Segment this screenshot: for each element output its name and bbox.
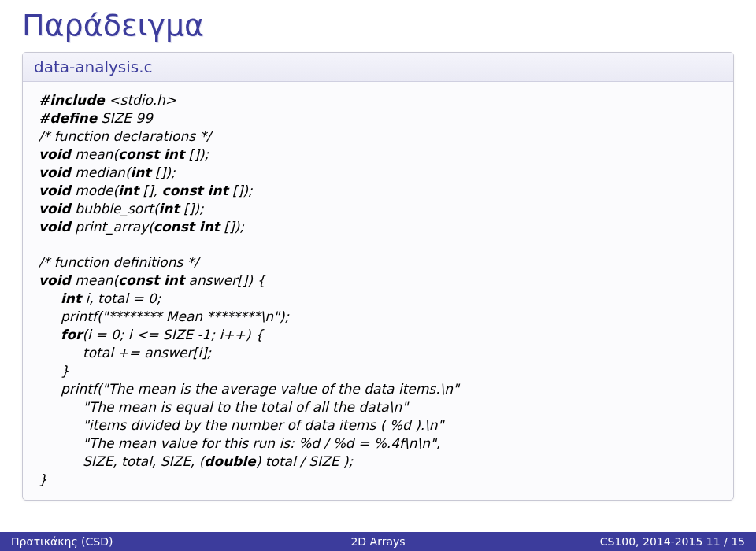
kw-void: void [39,183,71,198]
txt: , [436,435,440,451]
kw-void: void [39,201,71,216]
kw-constint: const int [118,272,184,288]
txt: ) total / SIZE ); [256,453,353,469]
kw-void: void [39,272,71,288]
txt: median( [71,165,131,180]
kw-int: int [131,165,151,180]
txt: <stdio.h> [105,92,176,108]
comment: /* function definitions */ [39,254,198,270]
txt: []); [184,146,209,162]
string: "The mean is equal to the total of all t… [83,399,408,415]
txt: total += answer[i]; [83,345,211,361]
string: "The mean is the average value of the da… [102,381,459,397]
txt: } [39,471,47,487]
kw-define: #define [39,110,97,126]
txt: []); [151,165,176,180]
txt: [], [139,183,161,198]
txt: printf( [61,381,102,397]
kw-int: int [159,201,180,216]
kw-int: int [61,290,81,306]
slide-title: Παράδειγμα [0,0,756,47]
txt: SIZE, total, SIZE, ( [83,453,204,469]
txt: print_array( [71,219,154,235]
code-block: data-analysis.c #include <stdio.h> #defi… [22,52,734,501]
txt: mean( [71,146,118,162]
kw-double: double [204,453,255,469]
code-filename: data-analysis.c [23,53,733,82]
kw-include: #include [39,92,105,108]
txt: []); [220,219,244,235]
txt: printf( [61,309,102,324]
txt: } [61,363,69,379]
string: "items divided by the number of data ite… [83,417,443,433]
kw-int: int [118,183,139,198]
kw-constint: const int [154,219,220,235]
footer-left: Πρατικάκης (CSD) [11,535,256,548]
blank [39,237,43,253]
txt: bubble_sort( [71,201,159,216]
kw-void: void [39,146,71,162]
footer-center: 2D Arrays [256,535,501,548]
footer: Πρατικάκης (CSD) 2D Arrays CS100, 2014-2… [0,532,756,551]
txt: i, total = 0; [81,290,161,306]
kw-for: for [61,327,82,342]
txt: mean( [71,272,118,288]
kw-void: void [39,219,71,235]
txt: []); [180,201,204,216]
kw-constint: const int [118,146,184,162]
code-body: #include <stdio.h> #define SIZE 99 /* fu… [23,82,733,500]
txt: answer[]) { [184,272,265,288]
txt: mode( [71,183,118,198]
kw-constint: const int [162,183,228,198]
txt: SIZE 99 [97,110,153,126]
string: "The mean value for this run is: %d / %d… [83,435,436,451]
txt: (i = 0; i <= SIZE -1; i++) { [82,327,263,342]
footer-right: CS100, 2014-2015 11 / 15 [500,535,745,548]
kw-void: void [39,165,71,180]
comment: /* function declarations */ [39,128,211,144]
string: "******** Mean ********\n" [102,309,280,324]
txt: []); [228,183,253,198]
txt: ); [280,309,289,324]
